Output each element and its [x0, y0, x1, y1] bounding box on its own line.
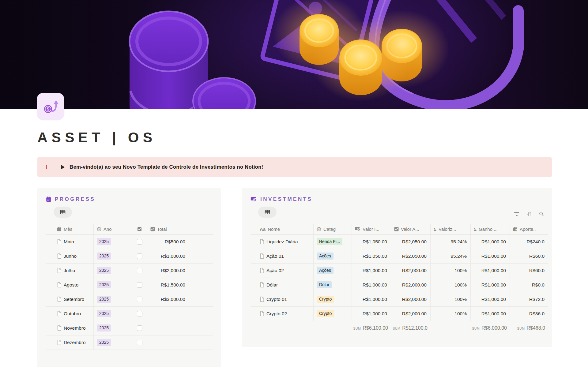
checkbox[interactable]: [137, 282, 142, 288]
column-header-valor-inicial[interactable]: $ Valor I...: [352, 224, 391, 234]
year-tag: 2025: [97, 238, 111, 245]
table-row[interactable]: Liquidez Diária Renda Fi... R$1,050.00 R…: [251, 235, 548, 249]
footer-sum-ganho[interactable]: SUM R$6,000.00: [471, 325, 510, 331]
table-row[interactable]: Dólar Dólar R$1,000.00 R$2,000.00 100% R…: [251, 278, 548, 292]
ganho: R$1,000.00: [471, 264, 510, 278]
valorizacao: 100%: [431, 264, 471, 278]
column-header-valor-atual[interactable]: Valor A...: [391, 224, 431, 234]
page-file-icon: [57, 325, 61, 331]
investments-title: INVESTMENTS: [260, 196, 312, 202]
month-name: Novembro: [64, 325, 86, 331]
valorizacao: 100%: [431, 292, 471, 306]
sigma-icon: Σ: [434, 227, 436, 232]
table-row[interactable]: Agosto 2025 R$1,500.00: [46, 278, 213, 292]
table-row[interactable]: Ação 01 Ações R$1,050.00 R$2,050.00 95.2…: [251, 249, 548, 264]
column-header-total[interactable]: Total: [147, 224, 189, 234]
month-name: Agosto: [64, 282, 78, 288]
page-file-icon: [57, 311, 61, 316]
table-row[interactable]: Maio 2025 R$500.00: [46, 235, 213, 249]
column-header-ano[interactable]: Ano: [94, 224, 132, 234]
empty-cell: [189, 307, 213, 321]
table-row[interactable]: Julho 2025 R$2,000.00: [46, 264, 213, 278]
table-row[interactable]: Ação 02 Ações R$1,000.00 R$2,000.00 100%…: [251, 264, 548, 278]
callout-text: Bem-vindo(a) ao seu Novo Template de Con…: [70, 164, 263, 170]
toggle-triangle-icon[interactable]: [61, 165, 65, 169]
checkbox[interactable]: [137, 311, 142, 316]
valor-atual: R$2,000.00: [391, 307, 431, 321]
total-value: R$500.00: [147, 235, 189, 249]
valor-inicial: R$1,000.00: [352, 278, 391, 292]
table-row[interactable]: Crypto 02 Crypto R$1,000.00 R$2,000.00 1…: [251, 307, 548, 321]
ganho: R$1,000.00: [471, 292, 510, 306]
sort-icon[interactable]: [527, 212, 532, 216]
valor-inicial: R$1,000.00: [352, 264, 391, 278]
table-row[interactable]: Junho 2025 R$1,000.00: [46, 249, 213, 264]
table-row[interactable]: Crypto 01 Crypto R$1,000.00 R$2,000.00 1…: [251, 292, 548, 307]
column-header-aporte[interactable]: Aporte..: [510, 224, 548, 234]
page-file-icon: [57, 268, 61, 273]
table-view-tab[interactable]: [54, 207, 72, 218]
aporte: R$60.0: [510, 264, 548, 278]
category-tag: Ações: [317, 267, 334, 274]
progress-title: PROGRESS: [55, 196, 95, 202]
column-header-checkbox[interactable]: [132, 224, 147, 234]
sigma-icon: Σ: [474, 227, 477, 232]
ganho: R$1,000.00: [471, 249, 510, 263]
table-row[interactable]: Novembro 2025: [46, 321, 213, 335]
checkbox[interactable]: [137, 253, 142, 259]
valorizacao: 95.24%: [431, 249, 471, 263]
filter-icon[interactable]: [514, 212, 519, 216]
total-value: [147, 335, 189, 350]
checkbox[interactable]: [137, 268, 142, 273]
money-icon: $: [251, 197, 257, 202]
checkbox[interactable]: [137, 297, 142, 302]
column-header-ganho[interactable]: Σ Ganho ...: [471, 224, 510, 234]
page-file-icon: [260, 253, 264, 259]
page-title: ASSET | OS: [37, 130, 588, 145]
valor-inicial: R$1,050.00: [352, 235, 391, 249]
page-file-icon: [57, 253, 61, 259]
year-tag: 2025: [97, 310, 111, 317]
footer-sum-valor-inicial[interactable]: SUM R$6,100.00: [352, 325, 391, 331]
table-row[interactable]: Dezembro 2025: [46, 335, 213, 350]
page-file-icon: [260, 239, 264, 244]
asset-name: Crypto 02: [266, 311, 287, 316]
valor-inicial: R$1,050.00: [352, 249, 391, 263]
search-icon[interactable]: [539, 212, 544, 216]
valor-inicial: R$1,000.00: [352, 292, 391, 306]
chart-icon: [150, 227, 155, 231]
exclamation-icon: !: [45, 163, 51, 171]
progress-table: Mês Ano: [46, 224, 213, 350]
column-header-valorizacao[interactable]: Σ Valoriz...: [431, 224, 471, 234]
table-row[interactable]: Outubro 2025: [46, 307, 213, 321]
aporte: R$60.0: [510, 249, 548, 263]
page-file-icon: [57, 282, 61, 287]
checkbox[interactable]: [137, 239, 142, 245]
column-header-empty[interactable]: [189, 224, 213, 234]
select-icon: [97, 227, 101, 231]
table-view-tab[interactable]: [258, 207, 277, 218]
table-row[interactable]: Setembro 2025 R$3,000.00: [46, 292, 213, 307]
checkbox[interactable]: [137, 325, 142, 331]
progress-table-header: Mês Ano: [46, 224, 213, 235]
empty-cell: [189, 335, 213, 350]
empty-cell: [189, 292, 213, 306]
investments-section: $ INVESTMENTS: [242, 188, 552, 347]
column-header-nome[interactable]: Aa Nome: [251, 224, 314, 234]
valor-atual: R$2,000.00: [391, 292, 431, 306]
ganho: R$1,000.00: [471, 235, 510, 249]
total-value: R$3,000.00: [147, 292, 189, 306]
page-body: ASSET | OS ! Bem-vindo(a) ao seu Novo Te…: [0, 109, 588, 367]
page-file-icon: [57, 239, 61, 244]
investments-table: Aa Nome Categ $: [251, 224, 548, 331]
footer-sum-aporte[interactable]: SUM R$468.0: [510, 325, 548, 331]
ganho: R$1,000.00: [471, 278, 510, 292]
valorizacao: 95.24%: [431, 235, 471, 249]
column-header-mes[interactable]: Mês: [46, 224, 94, 234]
chart-icon: [394, 227, 399, 231]
calendar-icon: [57, 227, 62, 231]
column-header-categ[interactable]: Categ: [314, 224, 352, 234]
total-value: R$1,500.00: [147, 278, 189, 292]
checkbox[interactable]: [137, 340, 142, 345]
footer-sum-valor-atual[interactable]: SUM R$12,100.0: [391, 325, 431, 331]
